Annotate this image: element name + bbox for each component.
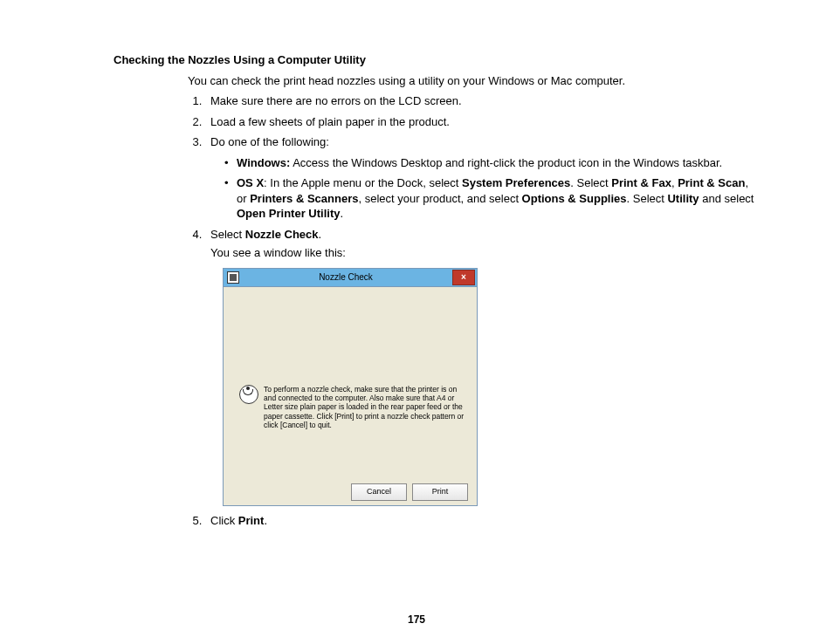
step-3-lead: Do one of the following: <box>210 135 329 148</box>
dialog-body: To perform a nozzle check, make sure tha… <box>224 287 477 479</box>
step-4: Select Nozzle Check. You see a window li… <box>205 227 754 261</box>
step-3: Do one of the following: Windows: Access… <box>205 134 754 222</box>
dialog-message-text: To perform a nozzle check, make sure tha… <box>264 385 465 429</box>
bullet-osx: OS X: In the Apple menu or the Dock, sel… <box>224 175 754 222</box>
dialog-button-row: Cancel Print <box>224 479 477 505</box>
dialog-message-row: To perform a nozzle check, make sure tha… <box>239 385 465 429</box>
dialog-system-icon <box>227 271 239 284</box>
steps-list: Make sure there are no errors on the LCD… <box>205 93 754 261</box>
step-4-follow: You see a window like this: <box>210 245 754 261</box>
steps-list-cont: Click Print. <box>205 513 754 529</box>
section-heading: Checking the Nozzles Using a Computer Ut… <box>114 52 754 68</box>
bullet-osx-label: OS X <box>237 176 264 189</box>
close-button[interactable]: × <box>452 270 475 285</box>
nozzle-check-dialog: Nozzle Check × To perform a nozzle check… <box>223 268 478 506</box>
print-button[interactable]: Print <box>412 483 468 501</box>
dialog-titlebar: Nozzle Check × <box>224 269 477 287</box>
step-5: Click Print. <box>205 513 754 529</box>
dialog-screenshot: Nozzle Check × To perform a nozzle check… <box>223 268 754 506</box>
step-1: Make sure there are no errors on the LCD… <box>205 93 754 109</box>
bullet-windows-label: Windows: <box>237 156 290 169</box>
page-number: 175 <box>0 613 833 627</box>
bullet-windows: Windows: Access the Windows Desktop and … <box>224 155 754 171</box>
printer-icon <box>239 385 258 404</box>
document-page: Checking the Nozzles Using a Computer Ut… <box>0 0 833 644</box>
step-3-bullets: Windows: Access the Windows Desktop and … <box>224 155 754 222</box>
dialog-title: Nozzle Check <box>243 271 449 284</box>
step-2: Load a few sheets of plain paper in the … <box>205 114 754 130</box>
cancel-button[interactable]: Cancel <box>351 483 407 501</box>
bullet-windows-text: Access the Windows Desktop and right-cli… <box>290 156 722 169</box>
intro-text: You can check the print head nozzles usi… <box>188 73 754 89</box>
